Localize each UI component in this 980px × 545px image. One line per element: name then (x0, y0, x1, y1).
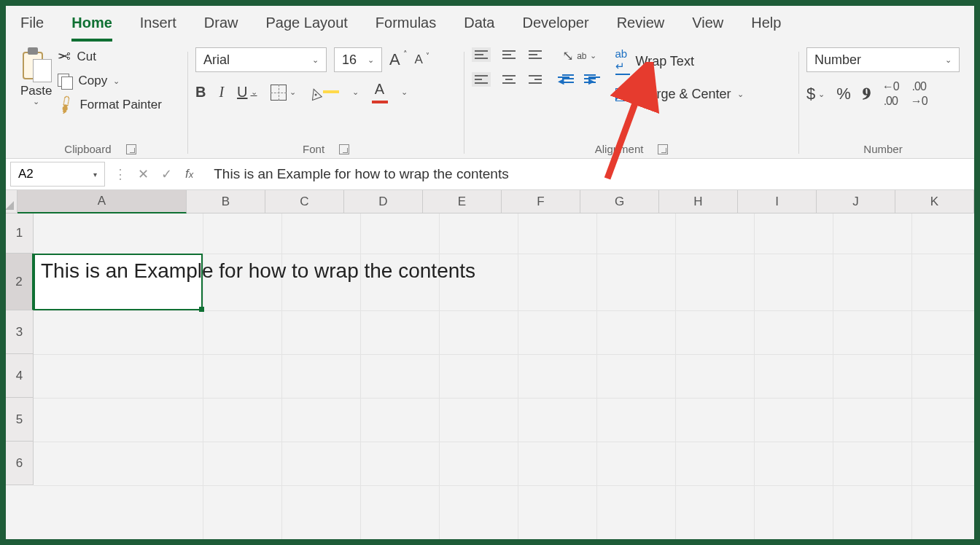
name-box-value: A2 (18, 167, 34, 181)
select-all-corner[interactable] (6, 190, 18, 213)
row-header-3[interactable]: 3 (6, 310, 34, 354)
increase-decimal-button[interactable]: ←0.00 (882, 81, 899, 107)
cells-area[interactable]: This is an Example for how to wrap the c… (34, 213, 974, 539)
increase-indent-button[interactable]: ▶ (584, 74, 596, 83)
increase-font-size-button[interactable]: A˄ (389, 50, 408, 69)
wrap-text-button[interactable]: ab↵Wrap Text (615, 47, 744, 75)
tab-draw[interactable]: Draw (204, 15, 238, 42)
format-painter-label: Format Painter (79, 98, 161, 112)
tab-developer[interactable]: Developer (522, 15, 588, 42)
column-header-h[interactable]: H (659, 190, 738, 213)
row-headers: 123456 (6, 213, 34, 539)
copy-label: Copy (78, 74, 107, 88)
alignment-group-label: Alignment (595, 143, 644, 155)
italic-button[interactable]: I (219, 84, 224, 101)
ribbon-tabs: FileHomeInsertDrawPage LayoutFormulasDat… (6, 6, 974, 42)
tab-home[interactable]: Home (71, 15, 112, 42)
align-bottom-button[interactable] (527, 49, 543, 60)
number-format-value: Number (814, 52, 861, 68)
decrease-indent-button[interactable]: ◀ (562, 74, 574, 83)
column-header-b[interactable]: B (187, 190, 265, 213)
font-name-value: Arial (203, 52, 230, 68)
column-header-i[interactable]: I (738, 190, 817, 213)
tab-review[interactable]: Review (617, 15, 665, 42)
name-box-resize[interactable]: ⋮ (109, 166, 131, 182)
currency-button[interactable]: $ ⌄ (806, 85, 825, 103)
font-group-label: Font (303, 143, 324, 155)
merge-dropdown[interactable]: ⌄ (737, 90, 744, 99)
clipboard-launcher[interactable] (126, 144, 136, 154)
merge-center-label: Merge & Center (639, 87, 731, 102)
scissors-icon: ✂ (58, 47, 71, 66)
column-header-e[interactable]: E (423, 190, 502, 213)
format-painter-button[interactable]: 🖌Format Painter (58, 95, 161, 114)
decrease-decimal-button[interactable]: .00→0 (911, 81, 928, 107)
ribbon: Paste ⌄ ✂Cut Copy⌄ 🖌Format Painter Clipb… (6, 42, 974, 158)
tab-data[interactable]: Data (464, 15, 494, 42)
percent-button[interactable]: % (836, 85, 851, 103)
column-headers: ABCDEFGHIJK (18, 190, 974, 213)
tab-view[interactable]: View (692, 15, 723, 42)
font-color-dropdown[interactable]: ⌄ (401, 87, 408, 97)
wrap-text-icon: ab↵ (615, 47, 630, 75)
orientation-button[interactable]: ⤡ab ⌄ (562, 47, 596, 64)
column-header-f[interactable]: F (502, 190, 580, 213)
font-name-combo[interactable]: Arial⌄ (195, 47, 327, 72)
number-format-combo[interactable]: Number⌄ (806, 47, 960, 72)
column-header-g[interactable]: G (580, 190, 659, 213)
bold-button[interactable]: B (195, 84, 206, 101)
font-size-value: 16 (342, 52, 357, 68)
brush-icon: 🖌 (54, 93, 78, 117)
cut-button[interactable]: ✂Cut (58, 47, 161, 66)
tab-help[interactable]: Help (751, 15, 781, 42)
align-right-button[interactable] (527, 74, 543, 85)
align-middle-button[interactable] (501, 49, 517, 60)
column-header-c[interactable]: C (265, 190, 344, 213)
borders-button[interactable]: ⌄ (271, 85, 296, 101)
fill-handle[interactable] (199, 307, 204, 312)
row-header-4[interactable]: 4 (6, 354, 34, 398)
row-header-2[interactable]: 2 (6, 254, 34, 310)
alignment-launcher[interactable] (658, 144, 668, 154)
formula-bar: A2▾ ⋮ ✕ ✓ fx This is an Example for how … (6, 158, 974, 190)
tab-formulas[interactable]: Formulas (376, 15, 436, 42)
fill-color-dropdown[interactable]: ⌄ (352, 87, 359, 97)
tab-insert[interactable]: Insert (140, 15, 176, 42)
paste-label: Paste (20, 84, 52, 98)
formula-cancel-button[interactable]: ✕ (131, 166, 155, 182)
row-header-1[interactable]: 1 (6, 213, 34, 254)
font-color-button[interactable]: A (372, 81, 388, 103)
paste-icon (21, 47, 52, 82)
merge-icon (615, 88, 633, 101)
cut-label: Cut (77, 50, 96, 64)
formula-confirm-button[interactable]: ✓ (155, 166, 178, 182)
fill-color-button[interactable]: ◬ (309, 84, 339, 101)
fx-icon[interactable]: fx (178, 167, 201, 181)
align-center-button[interactable] (501, 74, 517, 85)
cell-a2-text: This is an Example for how to wrap the c… (36, 256, 480, 286)
column-header-d[interactable]: D (344, 190, 423, 213)
align-top-button[interactable] (472, 47, 491, 62)
column-header-k[interactable]: K (895, 190, 974, 213)
column-header-a[interactable]: A (18, 190, 187, 213)
tab-page-layout[interactable]: Page Layout (266, 15, 348, 42)
name-box[interactable]: A2▾ (10, 162, 105, 187)
copy-button[interactable]: Copy⌄ (58, 74, 161, 88)
font-launcher[interactable] (339, 144, 349, 154)
formula-content[interactable]: This is an Example for how to wrap the c… (201, 166, 974, 182)
underline-button[interactable]: U ⌄ (237, 84, 257, 101)
paste-button[interactable]: Paste ⌄ (20, 47, 52, 106)
row-header-5[interactable]: 5 (6, 398, 34, 442)
copy-dropdown[interactable]: ⌄ (113, 77, 120, 86)
merge-center-button[interactable]: Merge & Center ⌄ (615, 87, 744, 102)
paste-dropdown[interactable]: ⌄ (33, 97, 39, 106)
wrap-text-label: Wrap Text (636, 54, 694, 69)
decrease-font-size-button[interactable]: A˅ (415, 52, 429, 67)
row-header-6[interactable]: 6 (6, 442, 34, 485)
column-header-j[interactable]: J (817, 190, 895, 213)
comma-style-button[interactable]: 𝟗 (863, 85, 871, 103)
copy-icon (58, 74, 72, 88)
align-left-button[interactable] (472, 72, 491, 87)
tab-file[interactable]: File (20, 15, 44, 42)
font-size-combo[interactable]: 16⌄ (334, 47, 382, 72)
